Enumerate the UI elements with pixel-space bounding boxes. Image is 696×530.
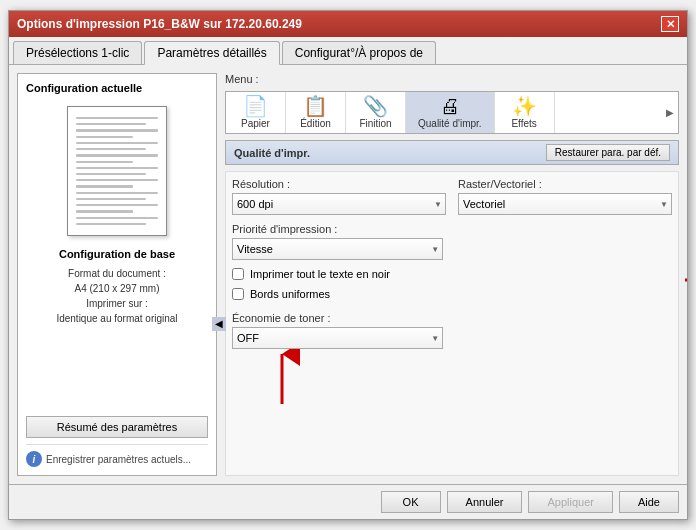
checkbox-row-1: Imprimer tout le texte en noir xyxy=(232,268,672,280)
cancel-button[interactable]: Annuler xyxy=(447,491,523,513)
paper-line-13 xyxy=(76,192,158,194)
restore-button[interactable]: Restaurer para. par déf. xyxy=(546,144,670,161)
finition-label: Finition xyxy=(359,118,391,129)
finition-icon: 📎 xyxy=(363,96,388,116)
qualite-label: Qualité d'impr. xyxy=(418,118,482,129)
paper-line-6 xyxy=(76,148,146,150)
checkbox-row-2: Bords uniformes xyxy=(232,288,672,300)
left-panel-title: Configuration actuelle xyxy=(26,82,142,94)
paper-line-3 xyxy=(76,129,158,131)
print-on-value: Identique au format original xyxy=(56,313,177,324)
paper-line-10 xyxy=(76,173,146,175)
checkbox-texte-noir-label: Imprimer tout le texte en noir xyxy=(250,268,390,280)
ok-button[interactable]: OK xyxy=(381,491,441,513)
raster-group: Raster/Vectoriel : Vectoriel Raster xyxy=(458,178,672,215)
info-icon: i xyxy=(26,451,42,467)
resolution-group: Résolution : 600 dpi 300 dpi 1200 dpi xyxy=(232,178,446,215)
help-button[interactable]: Aide xyxy=(619,491,679,513)
tab-parametres[interactable]: Paramètres détaillés xyxy=(144,41,279,65)
resolution-select-wrapper: 600 dpi 300 dpi 1200 dpi xyxy=(232,193,446,215)
close-button[interactable]: ✕ xyxy=(661,16,679,32)
left-panel-footer: i Enregistrer paramètres actuels... xyxy=(26,444,208,467)
checkbox-bords-label: Bords uniformes xyxy=(250,288,330,300)
main-window: Options d'impression P16_B&W sur 172.20.… xyxy=(8,10,688,520)
raster-select-wrapper: Vectoriel Raster xyxy=(458,193,672,215)
section-title: Qualité d'impr. xyxy=(234,147,310,159)
form-area: ◀ Résolution : 600 dpi 300 dpi 1200 dpi xyxy=(225,171,679,476)
paper-line-5 xyxy=(76,142,158,144)
left-panel: Configuration actuelle xyxy=(17,73,217,476)
toner-select[interactable]: OFF ON xyxy=(232,327,443,349)
tab-configuration[interactable]: Configurat°/À propos de xyxy=(282,41,436,64)
main-content: Configuration actuelle xyxy=(9,65,687,484)
tabs-row: Présélections 1-clic Paramètres détaillé… xyxy=(9,37,687,65)
resolution-raster-row: Résolution : 600 dpi 300 dpi 1200 dpi Ra… xyxy=(232,178,672,215)
priority-select[interactable]: Vitesse Qualité xyxy=(232,238,443,260)
raster-select[interactable]: Vectoriel Raster xyxy=(458,193,672,215)
toner-select-wrapper: OFF ON xyxy=(232,327,443,349)
print-on-label: Imprimer sur : xyxy=(86,298,148,309)
checkbox-texte-noir[interactable] xyxy=(232,268,244,280)
paper-line-12 xyxy=(76,185,133,187)
effets-icon: ✨ xyxy=(512,96,537,116)
toolbar-finition[interactable]: 📎 Finition xyxy=(346,92,406,133)
toolbar-edition[interactable]: 📋 Édition xyxy=(286,92,346,133)
toner-group: Économie de toner : OFF ON xyxy=(232,312,443,349)
resolution-label: Résolution : xyxy=(232,178,446,190)
summary-button[interactable]: Résumé des paramètres xyxy=(26,416,208,438)
title-bar: Options d'impression P16_B&W sur 172.20.… xyxy=(9,11,687,37)
arrow-annotation-2 xyxy=(252,349,312,409)
priority-label: Priorité d'impression : xyxy=(232,223,443,235)
checkbox-bords[interactable] xyxy=(232,288,244,300)
paper-line-18 xyxy=(76,223,146,225)
raster-label: Raster/Vectoriel : xyxy=(458,178,672,190)
arrow-annotation-1 xyxy=(680,260,687,300)
priority-group: Priorité d'impression : Vitesse Qualité xyxy=(232,223,443,260)
paper-line-16 xyxy=(76,210,133,212)
qualite-icon: 🖨 xyxy=(440,96,460,116)
toolbar-qualite[interactable]: 🖨 Qualité d'impr. xyxy=(406,92,495,133)
papier-icon: 📄 xyxy=(243,96,268,116)
paper-line-4 xyxy=(76,136,133,138)
toolbar-scroll[interactable]: ▶ xyxy=(662,92,678,133)
effets-label: Effets xyxy=(511,118,536,129)
nav-arrow[interactable]: ◀ xyxy=(212,317,226,331)
bottom-bar: OK Annuler Appliquer Aide xyxy=(9,484,687,519)
tab-preselections[interactable]: Présélections 1-clic xyxy=(13,41,142,64)
paper-line-1 xyxy=(76,117,158,119)
window-title: Options d'impression P16_B&W sur 172.20.… xyxy=(17,17,302,31)
toner-label: Économie de toner : xyxy=(232,312,443,324)
priority-row: Priorité d'impression : Vitesse Qualité xyxy=(232,223,672,260)
section-bar: Qualité d'impr. Restaurer para. par déf. xyxy=(225,140,679,165)
menu-label: Menu : xyxy=(225,73,679,85)
resolution-select[interactable]: 600 dpi 300 dpi 1200 dpi xyxy=(232,193,446,215)
paper-line-8 xyxy=(76,161,133,163)
paper-line-17 xyxy=(76,217,158,219)
paper-line-11 xyxy=(76,179,158,181)
apply-button[interactable]: Appliquer xyxy=(528,491,612,513)
footer-text[interactable]: Enregistrer paramètres actuels... xyxy=(46,454,191,465)
paper-line-14 xyxy=(76,198,146,200)
toolbar-papier[interactable]: 📄 Papier xyxy=(226,92,286,133)
paper-line-15 xyxy=(76,204,158,206)
papier-label: Papier xyxy=(241,118,270,129)
priority-select-wrapper: Vitesse Qualité xyxy=(232,238,443,260)
edition-icon: 📋 xyxy=(303,96,328,116)
right-panel: Menu : 📄 Papier 📋 Édition 📎 Finition 🖨 xyxy=(225,73,679,476)
doc-format-value: A4 (210 x 297 mm) xyxy=(74,283,159,294)
paper-line-9 xyxy=(76,167,158,169)
paper-line-7 xyxy=(76,154,158,156)
paper-line-2 xyxy=(76,123,146,125)
toolbar: 📄 Papier 📋 Édition 📎 Finition 🖨 Qualité … xyxy=(225,91,679,134)
config-label: Configuration de base xyxy=(59,248,175,260)
config-info: Format du document : A4 (210 x 297 mm) I… xyxy=(56,266,177,326)
doc-format-label: Format du document : xyxy=(68,268,166,279)
edition-label: Édition xyxy=(300,118,331,129)
paper-preview xyxy=(67,106,167,236)
toolbar-effets[interactable]: ✨ Effets xyxy=(495,92,555,133)
